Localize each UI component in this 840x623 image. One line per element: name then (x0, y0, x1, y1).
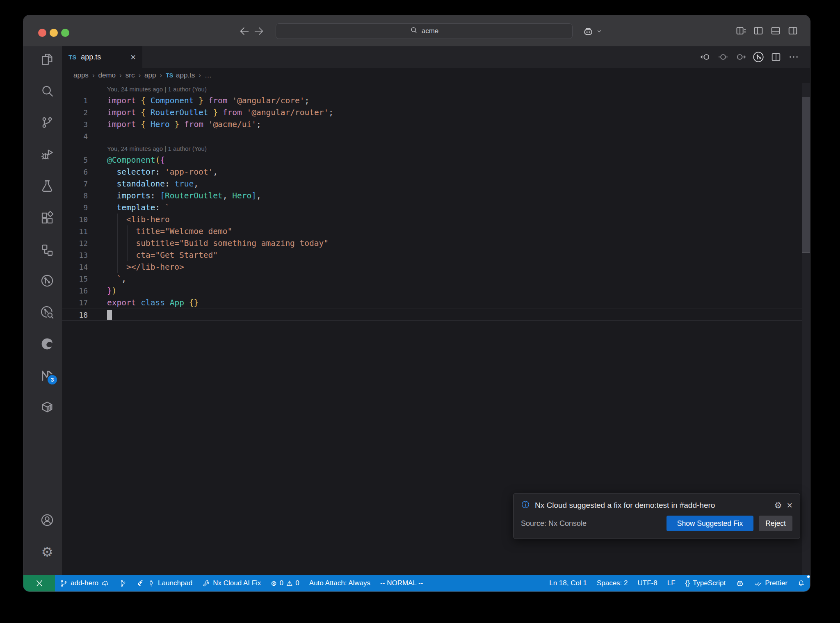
activity-bar: 3 ⚙ (23, 46, 62, 575)
indentation-item[interactable]: Spaces: 2 (592, 575, 633, 591)
formatter-label: Prettier (765, 579, 788, 587)
problems-item[interactable]: ⊗ 0 ⚠ 0 (266, 575, 304, 591)
code-row: 13 cta="Get Started" (62, 249, 810, 261)
scrollbar-thumb[interactable] (802, 97, 810, 253)
breadcrumb-separator-icon: › (160, 71, 162, 80)
wrench-icon (202, 580, 210, 587)
back-arrow-icon[interactable] (239, 25, 250, 37)
breadcrumb-item[interactable]: TSapp.ts (166, 71, 195, 80)
language-mode-item[interactable]: {} TypeScript (680, 575, 731, 591)
customize-layout-icon[interactable] (735, 25, 747, 38)
tab-app-ts[interactable]: TS app.ts × (62, 46, 142, 68)
warnings-count: 0 (295, 579, 299, 587)
line-number: 13 (62, 249, 88, 261)
launchpad-item[interactable]: Launchpad (132, 575, 197, 591)
notification-source: Source: Nx Console (521, 519, 667, 528)
copilot-status-item[interactable] (730, 575, 749, 591)
line-number: 16 (62, 285, 88, 297)
vim-mode-label: -- NORMAL -- (380, 579, 423, 587)
code-row: 9 template: ` (62, 202, 810, 214)
zoom-window-button[interactable] (61, 29, 69, 37)
nx-cloud-fix-item[interactable]: Nx Cloud AI Fix (197, 575, 266, 591)
breadcrumb-item[interactable]: app (144, 71, 156, 80)
copilot-icon (582, 25, 594, 39)
project-graph-icon[interactable] (40, 274, 54, 288)
remote-indicator[interactable] (23, 575, 55, 591)
breadcrumb-item[interactable]: apps (73, 71, 89, 80)
explorer-icon[interactable] (40, 52, 54, 66)
command-center-search[interactable]: acme (276, 23, 573, 39)
errors-count: 0 (280, 579, 283, 587)
search-value: acme (422, 27, 439, 35)
warnings-icon: ⚠ (286, 579, 292, 588)
run-debug-icon[interactable] (40, 148, 54, 161)
breadcrumb-item[interactable]: demo (98, 71, 116, 80)
settings-gear-icon[interactable]: ⚙ (40, 545, 54, 559)
indent-guide (127, 225, 128, 261)
copilot-menu[interactable] (582, 25, 603, 39)
minimize-window-button[interactable] (50, 29, 58, 37)
formatter-item[interactable]: Prettier (749, 575, 792, 591)
info-icon (521, 500, 530, 511)
eol-item[interactable]: LF (662, 575, 680, 591)
remote-icon (35, 579, 44, 588)
breadcrumb-item[interactable]: src (126, 71, 135, 80)
git-branch-item[interactable]: add-hero (55, 575, 114, 591)
source-control-graph-item[interactable] (114, 575, 132, 591)
hierarchy-icon[interactable] (40, 243, 54, 257)
forward-arrow-icon[interactable] (253, 25, 265, 37)
code-row: 11 title="Welcmoe demo" (62, 225, 810, 237)
line-number: 14 (62, 261, 88, 273)
line-number: 17 (62, 297, 88, 309)
scrollbar-track[interactable] (802, 83, 810, 575)
tab-label: app.ts (81, 53, 101, 61)
next-change-icon[interactable] (735, 51, 746, 64)
title-bar: acme (23, 15, 810, 47)
split-editor-icon[interactable] (770, 51, 782, 64)
search-icon[interactable] (40, 84, 54, 98)
auto-attach-item[interactable]: Auto Attach: Always (304, 575, 375, 591)
code-row: 3import { Hero } from '@acme/ui'; (62, 118, 810, 130)
toggle-secondary-sidebar-icon[interactable] (787, 25, 799, 38)
encoding-item[interactable]: UTF-8 (633, 575, 662, 591)
cursor-position-item[interactable]: Ln 18, Col 1 (544, 575, 592, 591)
toggle-panel-icon[interactable] (770, 25, 781, 38)
line-number: 6 (62, 166, 88, 178)
notifications-bell-item[interactable] (792, 575, 810, 591)
previous-change-icon[interactable] (700, 51, 711, 64)
reject-button[interactable]: Reject (759, 516, 792, 531)
nx-cloud-fix-label: Nx Cloud AI Fix (213, 579, 261, 587)
notification-settings-icon[interactable]: ⚙ (774, 500, 782, 510)
code-row: 2import { RouterOutlet } from '@angular/… (62, 107, 810, 118)
source-control-graph-run-icon[interactable] (753, 51, 764, 64)
edge-browser-icon[interactable] (40, 337, 54, 351)
line-number: 9 (62, 202, 88, 214)
errors-icon: ⊗ (271, 579, 276, 588)
vscode-window: acme (23, 15, 810, 592)
vim-mode-item[interactable]: -- NORMAL -- (375, 575, 428, 591)
breadcrumb-separator-icon: › (119, 71, 122, 80)
container-icon[interactable] (40, 400, 54, 414)
more-actions-icon[interactable] (788, 51, 799, 64)
breadcrumb-separator-icon: › (138, 71, 141, 80)
source-control-icon[interactable] (40, 116, 54, 130)
code-rows: You, 24 minutes ago | 1 author (You)1imp… (62, 83, 810, 321)
graph-search-icon[interactable] (40, 305, 54, 319)
line-number: 15 (62, 273, 88, 285)
breadcrumb-item[interactable]: … (205, 71, 212, 80)
plug-icon (147, 580, 155, 587)
auto-attach-label: Auto Attach: Always (309, 579, 370, 587)
show-suggested-fix-button[interactable]: Show Suggested Fix (667, 516, 753, 531)
extensions-icon[interactable] (40, 211, 54, 225)
close-window-button[interactable] (38, 29, 46, 37)
toggle-primary-sidebar-icon[interactable] (753, 25, 764, 38)
accounts-icon[interactable] (40, 513, 54, 527)
current-change-icon[interactable] (717, 51, 729, 64)
nx-console-icon[interactable]: 3 (40, 368, 54, 382)
testing-icon[interactable] (40, 179, 54, 193)
close-tab-icon[interactable]: × (130, 53, 136, 62)
cloud-upload-icon (101, 580, 109, 587)
code-row: 8 imports: [RouterOutlet, Hero], (62, 190, 810, 202)
line-number (62, 142, 88, 154)
notification-close-icon[interactable]: × (787, 501, 792, 510)
